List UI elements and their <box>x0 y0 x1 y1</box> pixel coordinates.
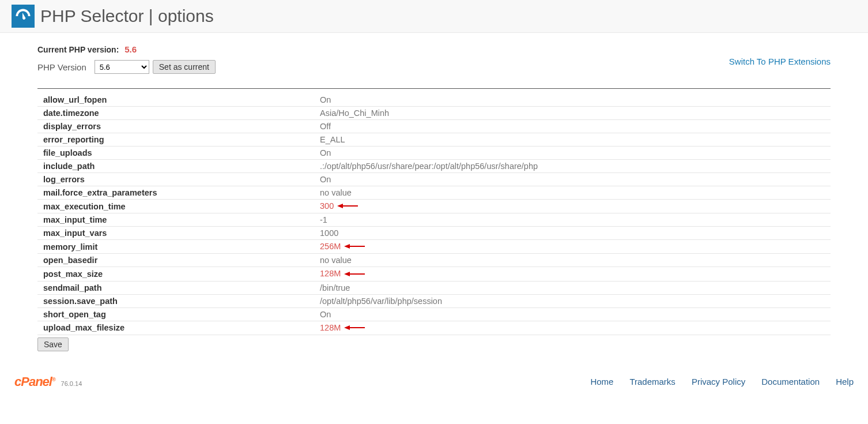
option-value[interactable]: 128M <box>314 321 831 335</box>
option-name: post_max_size <box>37 267 314 281</box>
switch-to-extensions-link[interactable]: Switch To PHP Extensions <box>729 57 831 66</box>
option-value[interactable]: no value <box>314 254 831 267</box>
current-version-value: 5.6 <box>124 44 137 54</box>
option-value-text[interactable]: 128M <box>320 269 341 278</box>
option-value[interactable]: 300 <box>314 200 831 213</box>
option-name: memory_limit <box>37 240 314 254</box>
current-version-label: Current PHP version: <box>37 45 119 54</box>
arrow-left-icon <box>337 201 358 211</box>
footer-version: 76.0.14 <box>61 380 82 387</box>
arrow-left-icon <box>344 323 365 332</box>
option-name: session.save_path <box>37 294 314 307</box>
option-value[interactable]: 1000 <box>314 227 831 240</box>
option-name: sendmail_path <box>37 281 314 294</box>
option-value-text[interactable]: 128M <box>320 323 341 332</box>
option-value[interactable]: Asia/Ho_Chi_Minh <box>314 107 831 120</box>
option-row: display_errorsOff <box>37 120 831 133</box>
option-value-text[interactable]: On <box>320 148 331 157</box>
option-value[interactable]: /opt/alt/php56/var/lib/php/session <box>314 294 831 307</box>
option-value[interactable]: On <box>314 93 831 107</box>
footer-links: HomeTrademarksPrivacy PolicyDocumentatio… <box>574 377 854 387</box>
arrow-left-icon <box>344 242 365 251</box>
page-header: PHP Selector | options <box>0 0 868 33</box>
option-value-text[interactable]: /opt/alt/php56/var/lib/php/session <box>320 297 442 306</box>
option-name: file_uploads <box>37 147 314 160</box>
option-value[interactable]: /bin/true <box>314 281 831 294</box>
option-value-text[interactable]: .:/opt/alt/php56/usr/share/pear:/opt/alt… <box>320 162 538 171</box>
option-value[interactable]: On <box>314 173 831 186</box>
svg-marker-1 <box>337 204 343 208</box>
option-value-text[interactable]: Off <box>320 122 331 131</box>
option-row: mail.force_extra_parametersno value <box>37 186 831 200</box>
option-name: max_input_time <box>37 213 314 227</box>
option-row: max_execution_time300 <box>37 200 831 213</box>
option-name: error_reporting <box>37 133 314 147</box>
option-row: error_reportingE_ALL <box>37 133 831 147</box>
option-row: upload_max_filesize128M <box>37 321 831 335</box>
option-row: memory_limit256M <box>37 240 831 254</box>
option-value-text[interactable]: 300 <box>320 201 334 211</box>
option-name: log_errors <box>37 173 314 186</box>
option-row: max_input_vars1000 <box>37 227 831 240</box>
option-name: open_basedir <box>37 254 314 267</box>
page-title: PHP Selector | options <box>40 6 214 26</box>
php-version-label: PHP Version <box>37 62 86 72</box>
option-row: date.timezoneAsia/Ho_Chi_Minh <box>37 107 831 120</box>
save-button[interactable]: Save <box>37 337 69 351</box>
option-name: display_errors <box>37 120 314 133</box>
option-value-text[interactable]: 1000 <box>320 228 338 238</box>
gauge-icon <box>14 7 32 25</box>
option-value-text[interactable]: no value <box>320 256 352 265</box>
option-row: open_basedirno value <box>37 254 831 267</box>
php-version-select[interactable]: 5.6 <box>95 60 149 74</box>
option-value-text[interactable]: On <box>320 175 331 184</box>
option-name: max_execution_time <box>37 200 314 213</box>
option-row: post_max_size128M <box>37 267 831 281</box>
option-value-text[interactable]: -1 <box>320 215 327 224</box>
option-row: allow_url_fopenOn <box>37 93 831 107</box>
option-value-text[interactable]: On <box>320 310 331 319</box>
footer-link[interactable]: Home <box>590 377 613 387</box>
option-value-text[interactable]: On <box>320 95 331 104</box>
current-php-version: Current PHP version: 5.6 <box>37 44 831 54</box>
option-row: file_uploadsOn <box>37 147 831 160</box>
option-name: date.timezone <box>37 107 314 120</box>
option-name: mail.force_extra_parameters <box>37 186 314 200</box>
option-name: upload_max_filesize <box>37 321 314 335</box>
footer-link[interactable]: Documentation <box>761 377 820 387</box>
option-row: include_path.:/opt/alt/php56/usr/share/p… <box>37 160 831 173</box>
option-value[interactable]: -1 <box>314 213 831 227</box>
set-as-current-button[interactable]: Set as current <box>153 60 216 74</box>
option-value[interactable]: E_ALL <box>314 133 831 147</box>
option-value-text[interactable]: 256M <box>320 242 341 251</box>
option-value-text[interactable]: Asia/Ho_Chi_Minh <box>320 108 389 118</box>
option-value-text[interactable]: /bin/true <box>320 283 350 292</box>
footer: cPanel® 76.0.14 HomeTrademarksPrivacy Po… <box>0 357 868 395</box>
option-name: short_open_tag <box>37 307 314 321</box>
svg-marker-5 <box>344 272 350 276</box>
option-row: log_errorsOn <box>37 173 831 186</box>
footer-link[interactable]: Privacy Policy <box>692 377 745 387</box>
option-name: include_path <box>37 160 314 173</box>
version-picker-row: PHP Version 5.6 Set as current Switch To… <box>37 60 831 89</box>
arrow-left-icon <box>344 269 365 279</box>
option-value[interactable]: On <box>314 307 831 321</box>
option-value[interactable]: Off <box>314 120 831 133</box>
option-name: max_input_vars <box>37 227 314 240</box>
cpanel-logo: cPanel® <box>14 374 55 389</box>
option-value-text[interactable]: no value <box>320 188 352 197</box>
option-row: sendmail_path/bin/true <box>37 281 831 294</box>
options-table: allow_url_fopenOndate.timezoneAsia/Ho_Ch… <box>37 93 831 335</box>
footer-link[interactable]: Trademarks <box>629 377 675 387</box>
option-value[interactable]: no value <box>314 186 831 200</box>
option-row: short_open_tagOn <box>37 307 831 321</box>
option-value-text[interactable]: E_ALL <box>320 135 345 144</box>
option-value[interactable]: 128M <box>314 267 831 281</box>
option-value[interactable]: On <box>314 147 831 160</box>
option-value[interactable]: .:/opt/alt/php56/usr/share/pear:/opt/alt… <box>314 160 831 173</box>
option-value[interactable]: 256M <box>314 240 831 254</box>
option-name: allow_url_fopen <box>37 93 314 107</box>
svg-marker-3 <box>344 244 350 249</box>
footer-link[interactable]: Help <box>836 377 854 387</box>
php-selector-icon <box>12 5 35 28</box>
